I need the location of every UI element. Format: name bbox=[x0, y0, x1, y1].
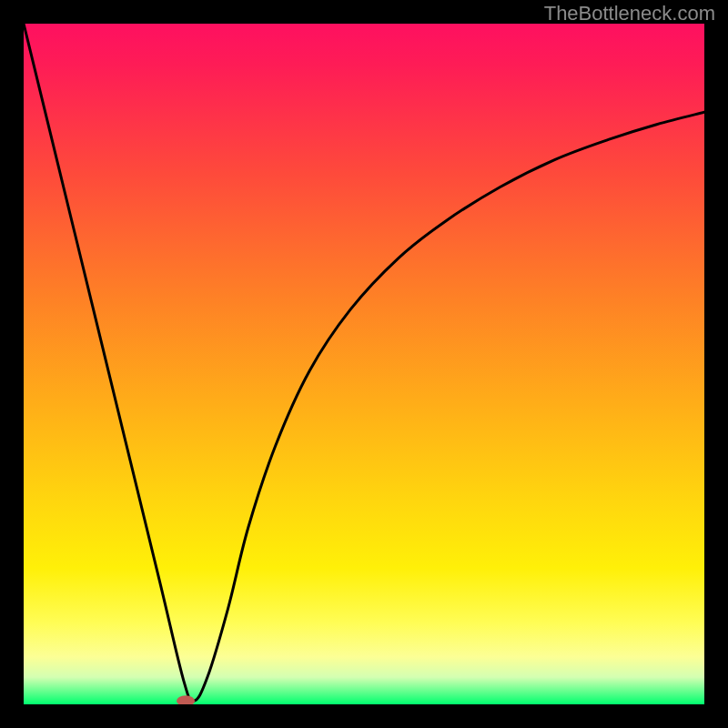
curve-svg bbox=[24, 24, 704, 704]
plot-area bbox=[24, 24, 704, 704]
bottleneck-curve bbox=[24, 24, 704, 701]
minimum-marker bbox=[177, 695, 195, 704]
chart-container: TheBottleneck.com bbox=[0, 0, 728, 728]
attribution-text: TheBottleneck.com bbox=[544, 2, 715, 25]
